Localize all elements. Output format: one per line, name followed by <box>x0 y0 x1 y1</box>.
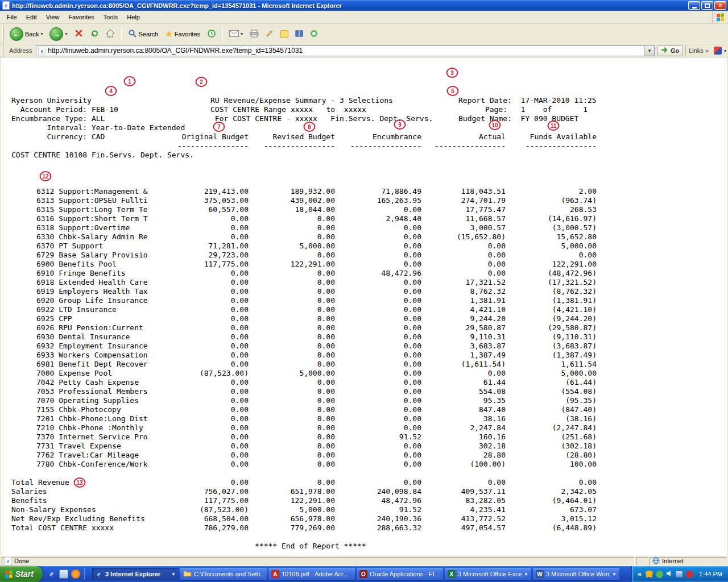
table-row: 6316 Support:Short Term T 0.00 0.00 2,94… <box>5 214 597 223</box>
menu-item[interactable]: Help <box>122 12 144 22</box>
summary-row: Total COST CENTRE xxxxx 786,279.00 779,2… <box>5 523 597 533</box>
end-of-report-line: ***** End of Report ***** <box>255 542 366 551</box>
funds-available-total: (6,448.89) <box>506 523 597 533</box>
menu-item[interactable]: View <box>42 12 64 22</box>
show-desktop-icon[interactable] <box>59 569 68 579</box>
taskbar-button-excel[interactable]: X 3 Microsoft Office Excel ▼ <box>445 568 531 580</box>
funds-available-value: (38.16) <box>506 414 597 423</box>
column-headers: Original Budget Revised Budget Encumbran… <box>5 132 597 151</box>
ie-page-icon: e <box>5 557 12 566</box>
taskbar-button-internet-explorer[interactable]: e 3 Internet Explorer ▼ <box>92 568 179 580</box>
addressbar-grip[interactable] <box>2 43 3 58</box>
group-arrow-icon[interactable]: ▼ <box>171 572 176 577</box>
mail-dropdown-arrow[interactable]: ▾ <box>241 31 243 36</box>
stop-button[interactable] <box>72 26 86 43</box>
mail-button[interactable]: ▾ <box>226 26 246 43</box>
forward-dropdown-arrow[interactable]: ▾ <box>65 31 67 36</box>
search-button[interactable]: Search <box>125 26 162 43</box>
encumbrance-value: 0.00 <box>335 278 421 287</box>
menu-item[interactable]: Favorites <box>64 12 98 22</box>
home-button[interactable] <box>103 26 118 43</box>
quick-launch-separator <box>84 568 85 580</box>
print-button[interactable] <box>247 26 262 43</box>
address-input[interactable]: e http://finuweb.admin.ryerson.ca:8005/O… <box>36 45 655 56</box>
taskbar-button-explorer-folder[interactable]: C:\Documents and Setti... <box>180 568 267 580</box>
extension-dropdown-arrow[interactable]: ▾ <box>724 48 726 53</box>
table-row: 6315 Support:Long Term Te 60,557.00 18,0… <box>5 205 597 214</box>
account-label: 6900 Benefits Pool <box>5 260 171 269</box>
forward-button[interactable]: → ▾ <box>47 26 70 43</box>
go-button[interactable]: Go <box>657 45 683 56</box>
encumbrance-value: 0.00 <box>335 332 421 342</box>
actual-value: 0.00 <box>421 251 506 260</box>
revised-budget-value: 0.00 <box>249 332 335 342</box>
account-label: 7731 Travel Expense <box>5 442 171 451</box>
edit-button[interactable] <box>263 26 276 43</box>
links-chevron[interactable]: » <box>705 47 709 54</box>
encumbrance-value: 0.00 <box>335 351 421 360</box>
notes-button[interactable] <box>278 26 291 43</box>
network-icon[interactable] <box>676 571 683 578</box>
back-dropdown-arrow[interactable]: ▾ <box>40 31 43 36</box>
minimize-button[interactable] <box>688 1 700 10</box>
title-bar[interactable]: e http://finuweb.admin.ryerson.ca:8005/O… <box>0 0 728 11</box>
actual-value: 28.80 <box>421 451 506 460</box>
close-button[interactable]: × <box>714 1 726 10</box>
funds-available-value: (3,683.87) <box>506 342 597 351</box>
funds-available-value: (17,321.52) <box>506 278 597 287</box>
history-button[interactable] <box>204 26 219 43</box>
original-budget-value: 0.00 <box>171 442 249 451</box>
taskbar-button-oracle-applications[interactable]: O Oracle Applications - FI... <box>357 568 443 580</box>
account-label: 6316 Support:Short Term T <box>5 214 171 223</box>
actual-total: 413,772.52 <box>421 514 506 523</box>
media-player-icon[interactable] <box>71 569 80 579</box>
revised-budget-total: 651,978.00 <box>249 487 335 496</box>
actual-value: 847.40 <box>421 405 506 414</box>
maximize-button[interactable] <box>701 1 713 10</box>
actual-value: 0.00 <box>421 242 506 251</box>
group-arrow-icon[interactable]: ▼ <box>612 572 617 577</box>
encumbrance-value: 0.00 <box>335 232 421 242</box>
security-shield-icon[interactable] <box>646 571 653 578</box>
actual-value: 4,421.10 <box>421 305 506 314</box>
volume-icon[interactable] <box>666 569 673 579</box>
refresh-button[interactable] <box>87 26 102 43</box>
taskbar-button-adobe-acrobat[interactable]: A 10108.pdf - Adobe Acr... <box>268 568 355 580</box>
column-header-original-budget: Original Budget <box>171 132 249 142</box>
actual-value: 0.00 <box>421 260 506 269</box>
tray-chevron-button[interactable]: « <box>636 570 643 578</box>
address-url-text: http://finuweb.admin.ryerson.ca:8005/OA_… <box>48 47 642 55</box>
taskbar-button-word[interactable]: W 3 Microsoft Office Word ▼ <box>533 568 619 580</box>
addressbar-extension-icon[interactable] <box>714 47 722 55</box>
taskbar-clock[interactable]: 1:44 PM <box>699 571 722 577</box>
menu-item[interactable]: File <box>2 12 22 22</box>
encumbrance-value: 91.52 <box>335 433 421 442</box>
menu-item[interactable]: Tools <box>99 12 123 22</box>
messenger-status-icon[interactable] <box>656 571 663 578</box>
antivirus-icon[interactable] <box>686 571 693 578</box>
research-button[interactable] <box>292 26 306 43</box>
favorites-button[interactable]: ★ Favorites <box>162 26 203 43</box>
summary-label: Net Rev/Exp Excluding Benefits <box>5 514 171 523</box>
back-button[interactable]: ← Back ▾ <box>7 26 46 43</box>
start-button[interactable]: Start <box>0 566 43 582</box>
table-row: 7053 Professional Members 0.00 0.00 0.00… <box>5 387 597 396</box>
encumbrance-total: 91.52 <box>335 505 421 514</box>
messenger-button[interactable] <box>307 26 321 43</box>
encumbrance-total: 240,098.84 <box>335 487 421 496</box>
encumbrance-value: 0.00 <box>335 296 421 305</box>
launch-ie-icon[interactable]: e <box>47 569 56 579</box>
table-row: 6312 Support:Management & 219,413.00 189… <box>5 187 597 196</box>
column-header-encumbrance: Encumbrance <box>335 132 421 142</box>
links-toolbar[interactable]: Links » <box>685 45 712 56</box>
original-budget-value: 0.00 <box>171 396 249 405</box>
toolbar-grip[interactable] <box>2 27 4 41</box>
menu-item[interactable]: Edit <box>22 12 42 22</box>
summary-label: Total COST CENTRE xxxxx <box>5 523 171 533</box>
address-dropdown-button[interactable]: ▼ <box>644 46 654 56</box>
column-header-funds-available: Funds Available <box>506 132 597 142</box>
funds-available-value: (1,381.91) <box>506 296 597 305</box>
group-arrow-icon[interactable]: ▼ <box>524 572 528 577</box>
encumbrance-value: 48,472.96 <box>335 269 421 278</box>
revised-budget-total: 5,000.00 <box>249 505 335 514</box>
